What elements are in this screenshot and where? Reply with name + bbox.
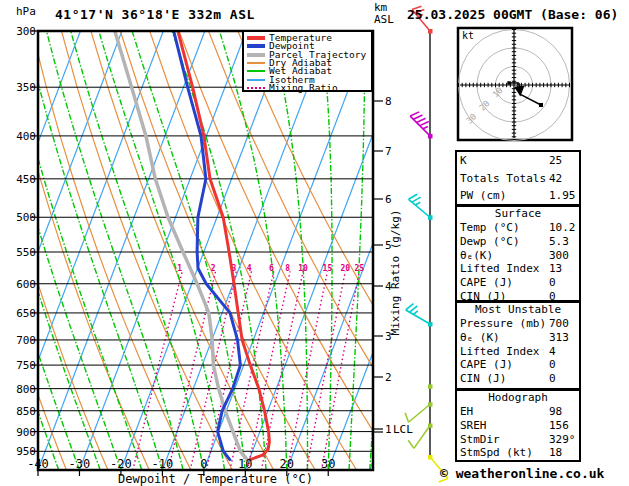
wind-barb-full — [417, 118, 426, 122]
wind-barb-full — [410, 112, 419, 116]
wind-barb — [410, 112, 432, 139]
panel-row-value: 313 — [549, 331, 569, 345]
legend-swatch-dewpoint — [247, 44, 265, 48]
panel-row-value: 329° — [549, 433, 576, 447]
pressure-tick-label: 850 — [10, 405, 36, 418]
km-tick-label: 8 — [385, 95, 392, 108]
panel-row-value: 42 — [549, 170, 562, 188]
legend-swatch-parcel-trajectory — [247, 53, 265, 57]
mixing-ratio-value-label: 20 — [340, 264, 350, 273]
legend: TemperatureDewpointParcel TrajectoryDry … — [242, 30, 373, 92]
pressure-tick-label: 650 — [10, 307, 36, 320]
pressure-tick-label: 900 — [10, 426, 36, 439]
panel-row: Totals Totals42 — [457, 170, 579, 188]
legend-swatch-wet-adiabat — [247, 70, 265, 72]
lcl-label: LCL — [393, 423, 413, 436]
wind-barb-shaft — [414, 425, 430, 448]
legend-swatch-dry-adiabat — [247, 62, 265, 64]
panel-row: Lifted Index4 — [457, 345, 579, 359]
panel-row: CAPE (J)0 — [457, 358, 579, 372]
panel-row-value: 1.95 — [549, 187, 576, 205]
temp-tick-label: 20 — [270, 457, 304, 471]
pressure-tick-label: 350 — [10, 81, 36, 94]
wind-barb-shaft — [409, 404, 430, 422]
mixing-ratio-value-label: 4 — [247, 264, 252, 273]
wind-barb-full — [420, 121, 429, 125]
altitude-unit-label: km ASL — [374, 2, 394, 26]
dry-adiabat-line — [120, 31, 315, 470]
panel-row-label: CAPE (J) — [460, 358, 579, 372]
x-axis-label: Dewpoint / Temperature (°C) — [118, 472, 313, 486]
wet-adiabat-line — [172, 31, 266, 470]
wind-barb-full — [413, 115, 422, 119]
station-title: 41°17'N 36°18'E 332m ASL — [55, 7, 255, 22]
panel-row: θₑ (K)313 — [457, 331, 579, 345]
panel-row: SREH156 — [457, 419, 579, 433]
datetime-title: 25.03.2025 00GMT (Base: 06) — [407, 7, 618, 22]
panel-row-value: 25 — [549, 152, 562, 170]
temperature-curve — [178, 31, 270, 460]
wind-barb-half — [415, 202, 420, 205]
pressure-tick-label: 750 — [10, 359, 36, 372]
mixing-ratio-value-label: 10 — [298, 264, 308, 273]
pressure-tick-label: 600 — [10, 278, 36, 291]
panel-row: PW (cm)1.95 — [457, 187, 579, 205]
legend-swatch-mixing-ratio — [247, 87, 265, 89]
panel-most-unstable: Most Unstable Pressure (mb)700θₑ (K)313L… — [455, 301, 581, 390]
km-tick-label: 3 — [385, 330, 392, 343]
copyright-watermark: © weatheronline.co.uk — [440, 466, 604, 481]
hodograph-trace-start-dot — [507, 81, 510, 84]
pressure-tick-label: 400 — [10, 130, 36, 143]
panel-row: StmSpd (kt)18 — [457, 446, 579, 460]
panel-row: Dewp (°C)5.3 — [457, 235, 579, 249]
pressure-tick-label: 300 — [10, 25, 36, 38]
isotherm-line — [79, 31, 246, 470]
panel-row: Temp (°C)10.2 — [457, 221, 579, 235]
km-tick-label: 7 — [385, 145, 392, 158]
skewt-sounding-app: 102030 hPa 41°17'N 36°18'E 332m ASL km A… — [0, 0, 629, 486]
dewpoint-curve — [174, 31, 241, 460]
panel-row-value: 10.2 — [549, 221, 576, 235]
panel-row: EH98 — [457, 405, 579, 419]
km-tick-label: 2 — [385, 371, 392, 384]
legend-row: Mixing Ratio — [244, 84, 371, 92]
panel-hodograph-title: Hodograph — [457, 391, 579, 405]
wind-barb-half — [423, 127, 428, 129]
hodograph-trace-arrow-segment — [519, 83, 520, 92]
panel-row-value: 0 — [549, 372, 556, 386]
mixing-ratio-value-label: 25 — [355, 264, 365, 273]
hodograph: 102030 — [458, 28, 572, 141]
pressure-tick-label: 700 — [10, 334, 36, 347]
wind-barb-full — [409, 194, 418, 199]
temp-tick-label: -20 — [104, 457, 138, 471]
panel-row-label: Lifted Index — [460, 345, 579, 359]
temp-tick-label: 10 — [228, 457, 262, 471]
panel-row-label: CAPE (J) — [460, 276, 579, 290]
mixing-ratio-value-label: 8 — [285, 264, 290, 273]
altitude-unit-asl: ASL — [374, 14, 394, 26]
panel-row-label: CIN (J) — [460, 372, 579, 386]
mixing-ratio-line — [287, 271, 327, 470]
panel-row: Pressure (mb)700 — [457, 317, 579, 331]
panel-hodograph: Hodograph EH98SREH156StmDir329°StmSpd (k… — [455, 389, 581, 462]
panel-row: θₑ(K)300 — [457, 249, 579, 263]
panel-row: CAPE (J)0 — [457, 276, 579, 290]
legend-swatch-isotherm — [247, 79, 265, 81]
temp-tick-label: -30 — [62, 457, 96, 471]
legend-swatch-temperature — [247, 36, 265, 40]
pressure-tick-label: 450 — [10, 173, 36, 186]
panel-row: StmDir329° — [457, 433, 579, 447]
panel-row-value: 0 — [549, 358, 556, 372]
pressure-tick-label: 800 — [10, 383, 36, 396]
wind-barb — [428, 384, 433, 389]
km-tick-label: 5 — [385, 239, 392, 252]
panel-row-value: 156 — [549, 419, 569, 433]
mixing-ratio-value-label: 1 — [177, 264, 182, 273]
wet-adiabat-line — [272, 31, 308, 470]
temp-tick-label: 0 — [187, 457, 221, 471]
mixing-ratio-line — [168, 271, 215, 470]
wind-barb-full — [412, 197, 421, 202]
pressure-unit-label: hPa — [16, 5, 36, 18]
wind-barb-shaft — [406, 310, 430, 324]
panel-row-value: 18 — [549, 446, 562, 460]
